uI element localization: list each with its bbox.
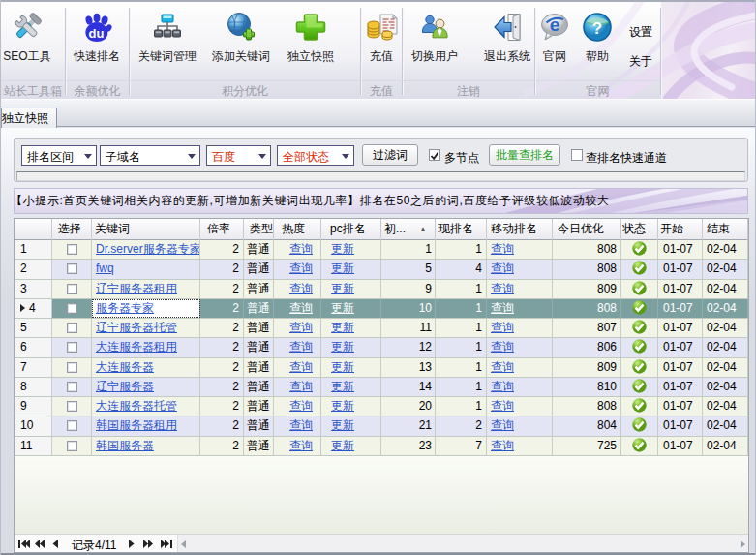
svg-text:?: ? bbox=[592, 19, 602, 38]
svg-text:e: e bbox=[550, 15, 560, 35]
svg-text:du: du bbox=[89, 26, 105, 41]
